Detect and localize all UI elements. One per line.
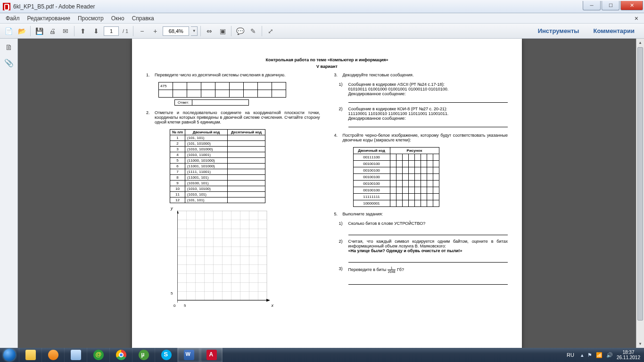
zoom-dropdown-icon[interactable]: ▼ (191, 26, 198, 36)
export-pdf-icon[interactable]: 📄 (3, 25, 14, 37)
right-column: 3. Декодируйте текстовые сообщения. 1) С… (334, 73, 508, 310)
task2-text: Отметьте и последовательно соедините на … (155, 110, 320, 124)
table-row: 11(1010, 101) (170, 192, 265, 197)
comment-icon[interactable]: 💬 (234, 25, 246, 37)
thumbnails-icon[interactable]: 🗎 (4, 42, 14, 53)
t3s1-line3: Декодированное сообщение: (348, 91, 508, 96)
language-indicator[interactable]: RU (567, 352, 574, 358)
table-row: 00111100 (353, 154, 439, 161)
window-title: 6kl_KP1_B5.pdf - Adobe Reader (13, 3, 95, 10)
t5s2-text2: «На улице были? Одежду и обувь очистьте … (348, 248, 508, 253)
system-tray: RU ▴ ⚑ 📶 🔊 18:37 26.11.2012 (563, 350, 644, 360)
y-tick-5: 5 (171, 291, 173, 296)
task1-number: 1. (146, 73, 152, 77)
table-row: 00100100 (353, 181, 439, 187)
fit-page-icon[interactable]: ▣ (217, 25, 228, 37)
doc-title: Контрольная работа по теме «Компьютер и … (146, 58, 508, 62)
menubar-close-icon[interactable]: × (631, 15, 642, 22)
tray-chevron-icon[interactable]: ▴ (581, 352, 584, 358)
date: 26.11.2012 (617, 355, 640, 360)
task2-number: 2. (146, 110, 152, 124)
zoom-out-icon[interactable]: − (136, 25, 148, 37)
volume-icon[interactable]: 🔊 (606, 352, 613, 358)
t3s1-body: Сообщение в кодировке ASCII (РТ №24 с.17… (348, 82, 508, 105)
task4-table: Двоичный кодРисунок 00111100001001000010… (353, 147, 439, 207)
zoom-input[interactable] (163, 26, 189, 36)
t5s2-body: Считая, что каждый символ кодируется одн… (348, 239, 508, 264)
answer-line (348, 280, 508, 285)
taskbar-adobe-reader[interactable]: A (200, 348, 223, 362)
th-dec: Десятичный код (228, 130, 265, 135)
page-total-label: / 1 (123, 28, 128, 34)
separator (30, 26, 31, 36)
document-viewport[interactable]: Контрольная работа по теме «Компьютер и … (18, 39, 636, 348)
scroll-up-icon[interactable]: ▲ (636, 39, 644, 47)
highlight-icon[interactable]: ✎ (248, 25, 259, 37)
separator (74, 26, 74, 36)
print-icon[interactable]: 🖨 (47, 25, 58, 37)
vertical-scrollbar[interactable]: ▲ ▼ (636, 39, 644, 348)
menu-window[interactable]: Окно (107, 14, 128, 23)
t3s1-line2: 01010011 01001000 01001001 01000110 0101… (348, 87, 508, 91)
taskbar-utorrent[interactable]: µ (132, 348, 155, 362)
close-button[interactable]: ✕ (620, 1, 643, 10)
taskbar-chrome[interactable] (109, 348, 132, 362)
table-row: 8(11001, 101) (170, 175, 265, 181)
y-axis-label: y (171, 206, 173, 211)
table-row: 00100100 (353, 167, 439, 174)
t5s3-num: 3) (339, 266, 346, 287)
table-row: 10(1010, 10100) (170, 186, 265, 192)
t5s2-num: 2) (339, 239, 346, 264)
network-icon[interactable]: 📶 (596, 352, 603, 358)
table-row: 10000001 (353, 200, 439, 207)
taskbar-mediaplayer[interactable] (41, 348, 64, 362)
tools-panel-button[interactable]: Инструменты (531, 25, 586, 36)
taskbar-skype[interactable]: S (155, 348, 177, 362)
taskbar-calculator[interactable] (64, 348, 87, 362)
menu-file[interactable]: Файл (2, 14, 24, 23)
save-icon[interactable]: 💾 (33, 25, 45, 37)
open-icon[interactable]: 📂 (16, 25, 27, 37)
windows-taskbar: @ µ S W A RU ▴ ⚑ 📶 🔊 18:37 26.11.2012 (0, 348, 644, 362)
table-row: 11111111 (353, 194, 439, 200)
page-number-input[interactable] (104, 26, 119, 36)
table-row: 1(101, 101) (170, 135, 265, 141)
start-button[interactable] (0, 348, 19, 362)
taskbar-explorer[interactable] (19, 348, 41, 362)
maximize-button[interactable]: ☐ (602, 1, 619, 10)
scroll-down-icon[interactable]: ▼ (636, 340, 644, 348)
scrollbar-thumb[interactable] (637, 47, 643, 321)
table-row: 00100100 (353, 161, 439, 167)
answer-line (348, 98, 508, 103)
fit-width-icon[interactable]: ⇔ (204, 25, 215, 37)
page-down-icon[interactable]: ⬇ (91, 25, 102, 37)
comments-panel-button[interactable]: Комментарии (586, 25, 641, 36)
answer-line (348, 123, 508, 127)
menu-edit[interactable]: Редактирование (24, 14, 74, 23)
task3-number: 3. (334, 73, 340, 77)
menu-help[interactable]: Справка (128, 14, 158, 23)
attachments-icon[interactable]: 📎 (4, 58, 14, 68)
separator (133, 26, 133, 36)
email-icon[interactable]: ✉ (60, 25, 71, 37)
menu-view[interactable]: Просмотр (74, 14, 107, 23)
taskbar-word[interactable]: W (177, 348, 200, 362)
taskbar-mailru[interactable]: @ (87, 348, 109, 362)
x-axis-label: x (272, 303, 274, 308)
t5s1-text: Сколько битов в слове УСТРОЙСТВО? (348, 221, 508, 237)
answer-line (348, 258, 508, 263)
svg-marker-4 (266, 299, 270, 302)
t5s3-pre: Переведите в биты (348, 267, 388, 272)
t3s1-num: 1) (339, 82, 346, 105)
t5s3-body: Переведите в биты 12048 Гб? (348, 266, 508, 287)
clock[interactable]: 18:37 26.11.2012 (617, 350, 640, 360)
minimize-button[interactable]: ─ (583, 1, 601, 10)
table-row: 7(1111, 11001) (170, 169, 265, 175)
page-up-icon[interactable]: ⬆ (77, 25, 89, 37)
flag-icon[interactable]: ⚑ (587, 352, 592, 358)
task1-input-table: 475 (158, 82, 286, 98)
task2-table: № п/пДвоичный кодДесятичный код 1(101, 1… (170, 129, 265, 203)
zoom-in-icon[interactable]: + (149, 25, 161, 37)
x-tick-5: 5 (184, 304, 186, 308)
read-mode-icon[interactable]: ⤢ (265, 25, 276, 37)
